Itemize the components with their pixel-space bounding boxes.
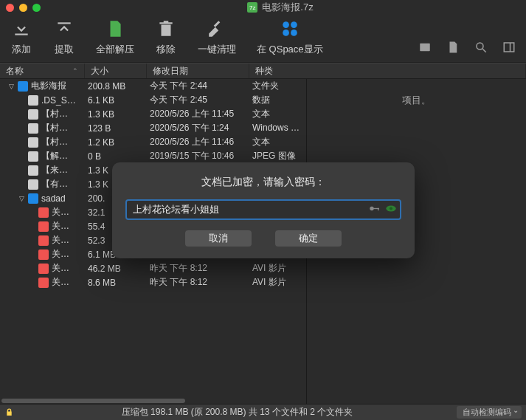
password-dialog: 文档已加密，请输入密码： 取消 确定 — [112, 162, 415, 258]
dialog-title: 文档已加密，请输入密码： — [125, 176, 401, 189]
svg-point-11 — [370, 207, 373, 210]
eye-icon[interactable] — [385, 204, 397, 216]
key-icon[interactable] — [369, 204, 381, 216]
modal-overlay: 文档已加密，请输入密码： 取消 确定 — [0, 0, 526, 420]
svg-rect-13 — [378, 208, 378, 210]
password-input[interactable] — [125, 199, 401, 220]
cancel-button[interactable]: 取消 — [185, 230, 252, 247]
svg-point-15 — [390, 207, 392, 210]
ok-button[interactable]: 确定 — [275, 230, 342, 247]
